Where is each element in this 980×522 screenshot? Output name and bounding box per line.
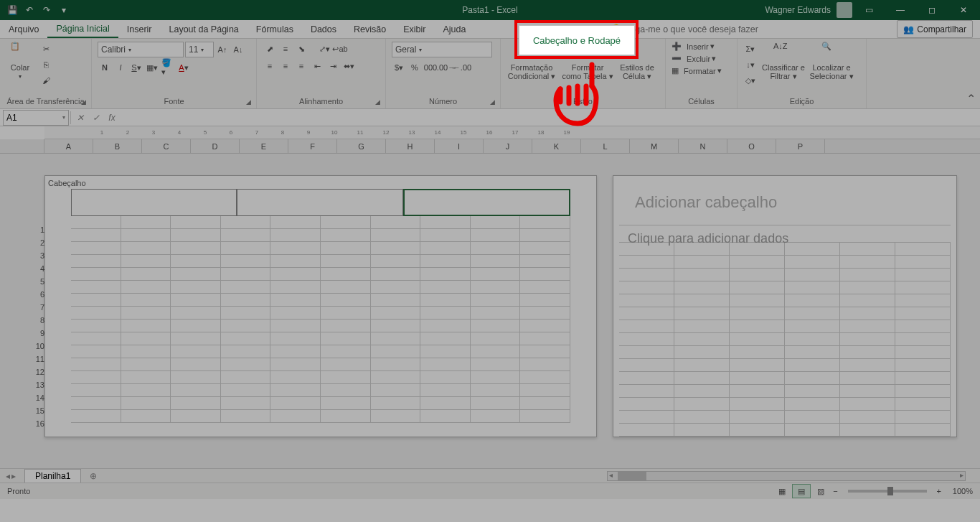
alignment-dialog-launcher[interactable]: ◢ xyxy=(375,98,384,107)
orientation-icon[interactable]: ⤢▾ xyxy=(317,42,331,56)
cell[interactable] xyxy=(730,281,785,294)
align-top-icon[interactable]: ⬈ xyxy=(263,42,277,56)
cell[interactable] xyxy=(785,307,840,320)
cell[interactable] xyxy=(270,229,321,242)
cell[interactable] xyxy=(785,269,840,281)
cell[interactable] xyxy=(221,345,271,358)
border-icon[interactable]: ▦▾ xyxy=(145,60,159,75)
row-header[interactable]: 2 xyxy=(29,238,44,251)
cell[interactable] xyxy=(619,424,674,437)
cell[interactable] xyxy=(471,410,521,423)
cell[interactable] xyxy=(121,371,171,384)
cell[interactable] xyxy=(520,268,570,281)
increase-font-icon[interactable]: A↑ xyxy=(215,42,230,57)
cell[interactable] xyxy=(520,294,570,307)
cell[interactable] xyxy=(321,216,371,229)
cell[interactable] xyxy=(674,372,730,385)
cell[interactable] xyxy=(221,294,271,307)
cell[interactable] xyxy=(270,410,321,423)
cell[interactable] xyxy=(71,255,121,268)
cell[interactable] xyxy=(221,216,271,229)
cell[interactable] xyxy=(840,359,895,372)
cell[interactable] xyxy=(71,410,121,423)
clipboard-dialog-launcher[interactable]: ◢ xyxy=(81,98,90,107)
cell[interactable] xyxy=(71,294,121,307)
format-cells-button[interactable]: ▦ Formatar ▾ xyxy=(672,66,722,75)
font-color-icon[interactable]: A▾ xyxy=(176,60,191,75)
cell[interactable] xyxy=(840,372,895,385)
cell[interactable] xyxy=(619,346,674,359)
cell[interactable] xyxy=(121,332,171,345)
cell[interactable] xyxy=(619,307,674,320)
column-header[interactable]: E xyxy=(240,139,288,153)
fill-icon[interactable]: ↓▾ xyxy=(743,57,758,72)
cell[interactable] xyxy=(321,371,371,384)
cell[interactable] xyxy=(420,332,471,345)
cell[interactable] xyxy=(121,345,171,358)
cell[interactable] xyxy=(321,320,371,332)
cell[interactable] xyxy=(674,294,730,307)
cell[interactable] xyxy=(171,358,221,371)
font-name-combo[interactable]: Calibri▾ xyxy=(98,42,184,57)
cell[interactable] xyxy=(321,345,371,358)
column-header[interactable]: B xyxy=(93,139,142,153)
align-center-icon[interactable]: ≡ xyxy=(278,59,293,73)
cell[interactable] xyxy=(121,384,171,397)
add-header-placeholder[interactable]: Adicionar cabeçalho xyxy=(613,176,956,212)
cell[interactable] xyxy=(840,424,895,437)
cell[interactable] xyxy=(420,345,471,358)
cell[interactable] xyxy=(785,359,840,372)
cell[interactable] xyxy=(221,320,271,332)
cell[interactable] xyxy=(674,398,730,411)
user-name[interactable]: Wagner Edwards xyxy=(760,5,835,15)
cell[interactable] xyxy=(840,411,895,424)
cell[interactable] xyxy=(371,242,421,255)
column-header[interactable]: J xyxy=(484,139,532,153)
normal-view-icon[interactable]: ▦ xyxy=(773,484,791,498)
cell[interactable] xyxy=(520,255,570,268)
row-header[interactable]: 11 xyxy=(29,355,44,368)
cell[interactable] xyxy=(785,385,840,398)
cell[interactable] xyxy=(121,410,171,423)
cell[interactable] xyxy=(171,242,221,255)
cell[interactable] xyxy=(171,384,221,397)
cell[interactable] xyxy=(674,424,730,437)
cell[interactable] xyxy=(371,216,421,229)
cell[interactable] xyxy=(895,269,951,281)
share-button[interactable]: 👥 Compartilhar xyxy=(897,20,973,38)
column-header[interactable]: C xyxy=(142,139,191,153)
cell[interactable] xyxy=(321,307,371,320)
cell[interactable] xyxy=(785,346,840,359)
cell[interactable] xyxy=(371,255,421,268)
cell[interactable] xyxy=(71,242,121,255)
column-header[interactable]: M xyxy=(630,139,679,153)
cell[interactable] xyxy=(171,229,221,242)
cell[interactable] xyxy=(171,332,221,345)
cell[interactable] xyxy=(121,281,171,294)
cell[interactable] xyxy=(171,410,221,423)
row-header[interactable]: 13 xyxy=(29,381,44,393)
cell[interactable] xyxy=(520,371,570,384)
cell[interactable] xyxy=(221,242,271,255)
cell[interactable] xyxy=(471,397,521,410)
row-header[interactable]: 3 xyxy=(29,251,44,264)
wrap-text-icon[interactable]: ↩ab xyxy=(333,42,347,56)
column-header[interactable]: N xyxy=(679,139,727,153)
tab-help[interactable]: Ajuda xyxy=(434,20,474,38)
cell[interactable] xyxy=(471,229,521,242)
decrease-decimal-icon[interactable]: ←.00 xyxy=(455,60,469,75)
copy-icon[interactable]: ⎘ xyxy=(39,57,53,72)
cell[interactable] xyxy=(674,243,730,256)
cell[interactable] xyxy=(785,372,840,385)
row-header[interactable]: 4 xyxy=(29,264,44,277)
cell[interactable] xyxy=(895,372,951,385)
cell[interactable] xyxy=(785,256,840,269)
cell[interactable] xyxy=(371,294,421,307)
cell[interactable] xyxy=(520,410,570,423)
cell[interactable] xyxy=(895,359,951,372)
header-right-box[interactable] xyxy=(403,189,570,216)
cell[interactable] xyxy=(171,255,221,268)
cell[interactable] xyxy=(730,346,785,359)
scrollbar-thumb[interactable] xyxy=(618,472,646,480)
row-header[interactable]: 14 xyxy=(29,393,44,406)
